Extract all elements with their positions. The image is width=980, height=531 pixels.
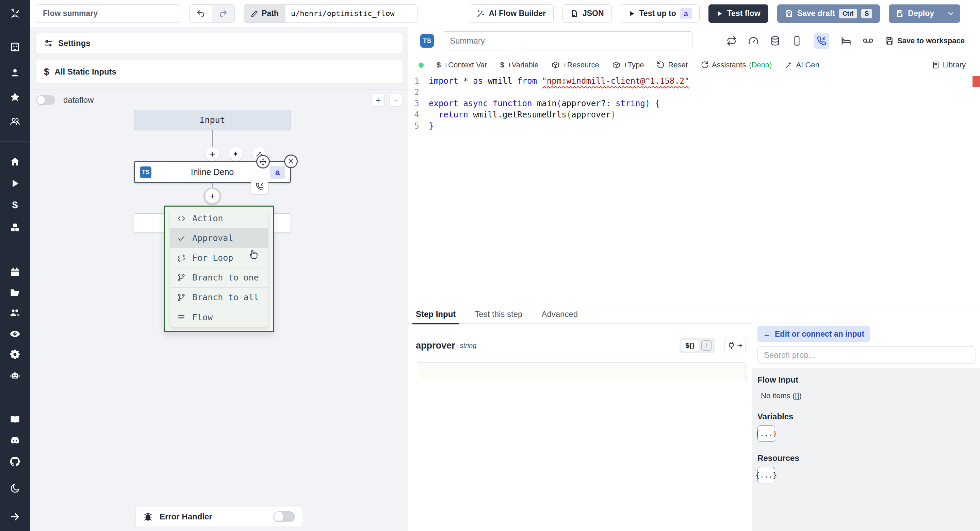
zoom-in-button[interactable]: + (372, 94, 385, 107)
sidebar-divider (0, 141, 30, 142)
add-type-button[interactable]: +Type (612, 61, 644, 69)
move-step-button[interactable] (256, 155, 270, 169)
sidebar-item-workspace-icon[interactable] (0, 40, 30, 54)
expression-mode-button[interactable]: ${} (681, 340, 698, 352)
error-overview-marker (972, 76, 980, 87)
tab-step-input[interactable]: Step Input (416, 305, 456, 324)
ai-flow-builder-button[interactable]: AI Flow Builder (469, 5, 554, 23)
test-up-to-button[interactable]: Test up to a (620, 5, 700, 23)
tab-test-this-step[interactable]: Test this step (475, 305, 522, 324)
redo-button[interactable] (212, 5, 235, 23)
sidebar-item-discord-icon[interactable] (0, 433, 30, 448)
path-label[interactable]: Path (244, 5, 285, 22)
connect-input-button[interactable] (724, 337, 746, 354)
sidebar-item-runs-icon[interactable] (0, 176, 30, 191)
mobile-icon[interactable] (792, 36, 802, 46)
edit-or-connect-button[interactable]: ← Edit or connect an input (757, 326, 870, 342)
zoom-out-button[interactable]: − (389, 94, 402, 107)
code-lines: 1import * as wmill from "npm:windmill-cl… (408, 76, 980, 132)
sidebar-item-github-icon[interactable] (0, 454, 30, 469)
sidebar-item-resources-icon[interactable] (0, 220, 30, 235)
library-button[interactable]: Library (932, 61, 966, 69)
voicemail-icon[interactable] (862, 35, 873, 46)
check-icon (177, 234, 185, 242)
all-static-inputs-button[interactable]: $ All Static Inputs (35, 60, 403, 84)
undo-button[interactable] (189, 5, 212, 23)
sidebar-item-home-icon[interactable] (0, 154, 30, 169)
deploy-more-button[interactable] (941, 5, 960, 23)
tab-advanced[interactable]: Advanced (541, 305, 578, 324)
wand-icon (785, 61, 793, 69)
editor-actions-row: $+Context Var $+Variable +Resource +Type… (408, 54, 980, 76)
save-to-workspace-button[interactable]: Save to workspace (885, 37, 965, 45)
ai-gen-button[interactable]: AI Gen (785, 61, 819, 69)
rotate-ccw-icon (657, 61, 665, 69)
sidebar-item-favorites-icon[interactable] (0, 89, 30, 105)
suspend-approval-button[interactable] (814, 33, 829, 49)
sidebar-item-workers-icon[interactable] (0, 306, 30, 321)
step-input-panel: Step Input Test this step Advanced appro… (408, 305, 752, 531)
function-mode-button[interactable]: f (701, 340, 711, 351)
gauge-icon[interactable] (748, 36, 759, 46)
flow-settings-label: Settings (58, 38, 91, 48)
assistants-lang: (Deno) (749, 61, 772, 69)
code-line: 5} (408, 121, 980, 132)
menu-item-action[interactable]: Action (170, 209, 268, 228)
sidebar-divider (0, 508, 30, 508)
menu-item-branch-to-all[interactable]: Branch to all (170, 288, 268, 307)
database-icon[interactable] (770, 36, 780, 46)
trigger-button[interactable] (229, 147, 243, 161)
sidebar-item-variables-icon[interactable]: $ (0, 198, 30, 212)
flow-settings-button[interactable]: Settings (35, 33, 403, 54)
summary-input[interactable] (443, 31, 692, 50)
step-tabs: Step Input Test this step Advanced (408, 305, 752, 324)
add-context-var-button[interactable]: $+Context Var (437, 61, 487, 69)
sidebar-item-folders-icon[interactable] (0, 285, 30, 300)
sidebar-item-groups-icon[interactable] (0, 114, 30, 129)
add-variable-button[interactable]: $+Variable (500, 61, 539, 69)
menu-item-flow[interactable]: Flow (170, 307, 268, 327)
play-icon (716, 10, 723, 17)
error-handler-card: Error Handler (135, 506, 303, 527)
sidebar-item-audit-icon[interactable] (0, 327, 30, 341)
retry-icon[interactable] (727, 36, 737, 46)
code-icon (177, 214, 185, 223)
delete-step-button[interactable] (284, 155, 298, 168)
reset-button[interactable]: Reset (657, 61, 687, 69)
add-step-below-button[interactable] (204, 187, 221, 205)
flow-input-node[interactable]: Input (134, 110, 291, 130)
code-editor[interactable]: 1import * as wmill from "npm:windmill-cl… (408, 76, 980, 305)
sidebar-expand-icon[interactable] (0, 509, 30, 524)
error-handler-label: Error Handler (159, 512, 212, 521)
save-draft-button[interactable]: Save draft Ctrl S (777, 5, 880, 23)
error-handler-toggle[interactable] (273, 511, 295, 522)
sidebar-item-settings-icon[interactable] (0, 347, 30, 362)
typescript-badge: TS (420, 34, 434, 48)
resources-expand-chip[interactable]: {...} (757, 467, 775, 483)
sidebar-item-schedules-icon[interactable] (0, 265, 30, 279)
field-row-approver: approver string ${} f (416, 336, 746, 355)
assistant-status-dot (418, 63, 424, 68)
assistants-button[interactable]: Assistants (Deno) (701, 61, 772, 69)
menu-item-approval[interactable]: Approval (170, 228, 268, 248)
insert-step-button[interactable] (205, 147, 219, 161)
sidebar-item-user-icon[interactable] (0, 65, 30, 80)
test-flow-button[interactable]: Test flow (708, 5, 768, 23)
deploy-button[interactable]: Deploy (889, 5, 941, 23)
flow-summary-input[interactable] (36, 5, 180, 23)
sidebar-item-docs-icon[interactable] (0, 412, 30, 427)
windmill-logo-icon[interactable] (0, 6, 30, 21)
variables-expand-chip[interactable]: {...} (757, 426, 775, 442)
add-resource-button[interactable]: +Resource (552, 61, 599, 69)
mouse-cursor-icon (248, 248, 260, 260)
dataflow-toggle[interactable] (36, 95, 55, 105)
sidebar-item-dark-mode-icon[interactable] (0, 481, 30, 496)
menu-item-branch-to-one[interactable]: Branch to one (170, 268, 268, 288)
sleep-icon[interactable] (841, 36, 851, 46)
approver-value-input[interactable] (418, 365, 745, 380)
prop-search-input[interactable] (757, 346, 976, 364)
dollar-icon: $ (500, 61, 504, 69)
json-button[interactable]: JSON (563, 5, 612, 23)
path-input[interactable] (285, 5, 417, 22)
sidebar-item-ai-bot-icon[interactable] (0, 368, 30, 383)
